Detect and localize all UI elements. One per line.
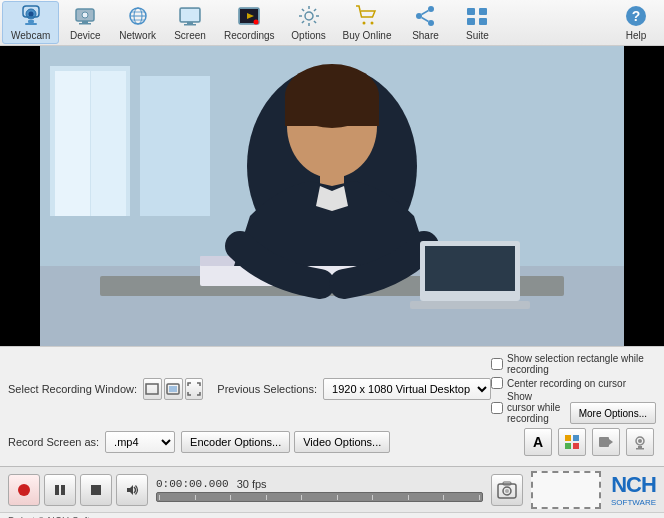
svg-point-1 xyxy=(28,12,33,17)
svg-rect-56 xyxy=(146,384,158,394)
encoder-options-button[interactable]: Encoder Options... xyxy=(181,431,290,453)
svg-point-23 xyxy=(363,22,366,25)
toolbar-item-network[interactable]: Network xyxy=(111,2,164,43)
svg-point-25 xyxy=(428,6,434,12)
svg-rect-3 xyxy=(25,23,37,25)
toolbar-item-options[interactable]: Options xyxy=(283,2,335,43)
svg-line-28 xyxy=(422,18,429,22)
toolbar-label-options: Options xyxy=(291,30,325,41)
fps-value: 30 fps xyxy=(237,478,267,490)
toolbar-item-recordings[interactable]: Recordings xyxy=(216,2,283,43)
toolbar-item-screen[interactable]: Screen xyxy=(164,2,216,43)
svg-point-21 xyxy=(254,20,259,25)
svg-point-69 xyxy=(18,484,30,496)
svg-rect-72 xyxy=(91,485,101,495)
svg-point-27 xyxy=(428,20,434,26)
text-tool-button[interactable]: A xyxy=(524,428,552,456)
svg-marker-73 xyxy=(127,485,133,495)
svg-rect-33 xyxy=(479,18,487,25)
toolbar-label-share: Share xyxy=(412,30,439,41)
checkbox-row-center: Center recording on cursor xyxy=(491,377,656,389)
screen-icon xyxy=(178,4,202,28)
svg-marker-64 xyxy=(609,439,613,445)
svg-rect-7 xyxy=(82,21,88,23)
format-dropdown[interactable]: .mp4 xyxy=(105,431,175,453)
center-cursor-checkbox[interactable] xyxy=(491,377,503,389)
checkbox-row-cursor: Show cursor while recording xyxy=(491,391,562,424)
toolbar-label-network: Network xyxy=(119,30,156,41)
timeline-bar[interactable] xyxy=(156,492,483,502)
toolbar-item-share[interactable]: Share xyxy=(399,2,451,43)
toolbar: Webcam Device Network xyxy=(0,0,664,46)
svg-rect-38 xyxy=(624,46,664,346)
svg-rect-51 xyxy=(285,96,379,126)
time-display: 0:00:00.000 30 fps xyxy=(156,478,483,490)
svg-line-29 xyxy=(422,11,429,15)
timeline-area: 0:00:00.000 30 fps xyxy=(156,478,483,502)
screenshot-button[interactable] xyxy=(491,474,523,506)
record-screen-label: Record Screen as: xyxy=(8,436,99,448)
toolbar-label-recordings: Recordings xyxy=(224,30,275,41)
svg-point-6 xyxy=(82,12,88,18)
options-icon xyxy=(297,4,321,28)
svg-rect-43 xyxy=(140,76,210,216)
svg-rect-30 xyxy=(467,8,475,15)
svg-rect-71 xyxy=(61,485,65,495)
toolbar-item-help[interactable]: ? Help xyxy=(610,2,662,43)
show-cursor-label: Show cursor while recording xyxy=(507,391,562,424)
show-rect-label: Show selection rectangle while recording xyxy=(507,353,656,375)
preview-thumbnail xyxy=(531,471,601,509)
svg-point-22 xyxy=(305,12,313,20)
show-cursor-checkbox[interactable] xyxy=(491,402,503,414)
svg-rect-54 xyxy=(425,246,515,291)
toolbar-label-webcam: Webcam xyxy=(11,30,50,41)
share-icon xyxy=(413,4,437,28)
previous-selections-dropdown[interactable]: 1920 x 1080 Virtual Desktop xyxy=(323,378,491,400)
webcam-icon xyxy=(19,4,43,28)
stop-button[interactable] xyxy=(80,474,112,506)
svg-rect-59 xyxy=(565,435,571,441)
suite-icon xyxy=(465,4,489,28)
svg-point-66 xyxy=(638,439,642,443)
svg-rect-55 xyxy=(410,301,530,309)
window-btn-screen[interactable] xyxy=(164,378,183,400)
help-icon: ? xyxy=(624,4,648,28)
svg-rect-63 xyxy=(599,437,609,447)
toolbar-label-suite: Suite xyxy=(466,30,489,41)
toolbar-item-buyonline[interactable]: Buy Online xyxy=(335,2,400,43)
toolbar-label-help: Help xyxy=(626,30,647,41)
show-rect-checkbox[interactable] xyxy=(491,358,503,370)
toolbar-item-device[interactable]: Device xyxy=(59,2,111,43)
recording-window-row: Select Recording Window: Previous Select… xyxy=(8,353,656,424)
svg-rect-60 xyxy=(573,435,579,441)
toolbar-item-suite[interactable]: Suite xyxy=(451,2,503,43)
webcam-overlay-button[interactable] xyxy=(626,428,654,456)
color-tool-button[interactable] xyxy=(558,428,586,456)
recording-window-label: Select Recording Window: xyxy=(8,383,137,395)
toolbar-label-device: Device xyxy=(70,30,101,41)
pause-button[interactable] xyxy=(44,474,76,506)
toolbar-item-webcam[interactable]: Webcam xyxy=(2,1,59,44)
record-button[interactable] xyxy=(8,474,40,506)
recording-options-group: Show selection rectangle while recording… xyxy=(491,353,656,424)
svg-rect-62 xyxy=(573,443,579,449)
window-btn-rect[interactable] xyxy=(143,378,162,400)
controls-area: Select Recording Window: Previous Select… xyxy=(0,346,664,466)
svg-rect-32 xyxy=(467,18,475,25)
svg-point-77 xyxy=(505,489,509,493)
svg-rect-15 xyxy=(181,9,199,21)
nch-logo-text: NCH xyxy=(611,472,656,498)
volume-button[interactable] xyxy=(116,474,148,506)
video-background xyxy=(0,46,664,346)
device-icon xyxy=(73,4,97,28)
video-options-button[interactable]: Video Options... xyxy=(294,431,390,453)
svg-rect-61 xyxy=(565,443,571,449)
toolbar-label-screen: Screen xyxy=(174,30,206,41)
svg-rect-68 xyxy=(636,448,644,450)
playback-controls: 0:00:00.000 30 fps xyxy=(0,466,664,512)
nch-logo-sub: SOFTWARE xyxy=(611,498,656,507)
svg-rect-70 xyxy=(55,485,59,495)
video-tool-button[interactable] xyxy=(592,428,620,456)
more-options-button[interactable]: More Options... xyxy=(570,402,656,424)
window-btn-fullscreen[interactable] xyxy=(185,378,204,400)
